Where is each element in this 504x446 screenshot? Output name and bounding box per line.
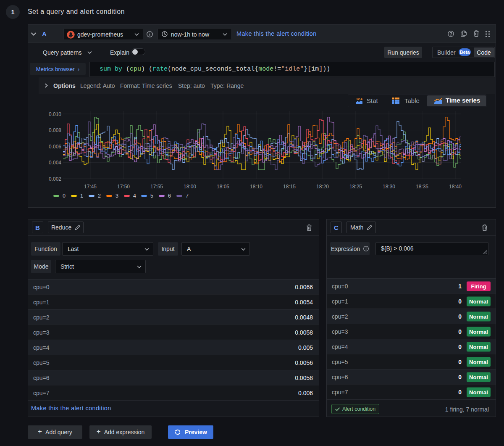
svg-text:12.4: 12.4 [356,97,362,101]
